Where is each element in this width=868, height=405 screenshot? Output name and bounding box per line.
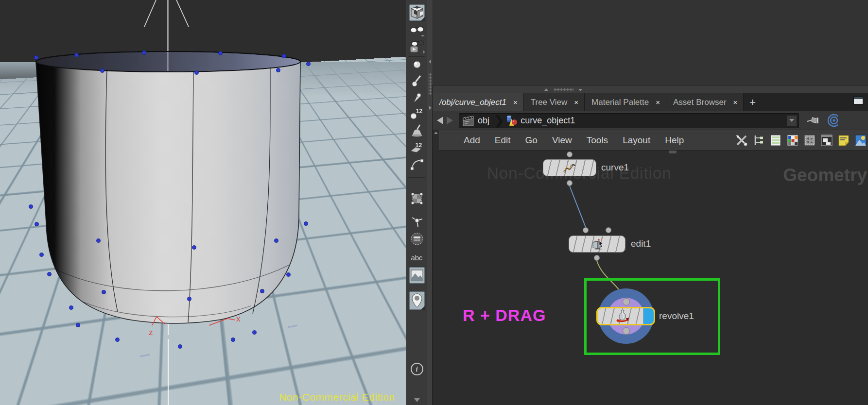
path-dropdown-button[interactable] <box>787 116 797 126</box>
normals-button[interactable] <box>408 214 426 229</box>
menu-view[interactable]: View <box>552 135 572 146</box>
control-point[interactable] <box>39 253 44 257</box>
tab-obj-curve-object1[interactable]: /obj/curve_object1 × <box>433 93 524 111</box>
curve1-input-connector[interactable] <box>567 152 573 157</box>
control-point[interactable] <box>74 53 79 57</box>
node-edit1[interactable] <box>569 236 625 253</box>
menu-add[interactable]: Add <box>464 135 480 146</box>
revolve1-input-connector[interactable] <box>623 298 630 305</box>
pin-pane-icon[interactable] <box>807 114 821 127</box>
node-label-curve1[interactable]: curve1 <box>601 162 629 173</box>
control-point[interactable] <box>178 344 182 349</box>
points-display-button[interactable] <box>408 59 426 70</box>
color-palette-icon[interactable] <box>786 134 799 147</box>
image-plane-button[interactable] <box>408 266 426 285</box>
close-icon[interactable]: × <box>574 98 578 106</box>
close-icon[interactable]: × <box>733 98 738 106</box>
collapse-up-arrow[interactable] <box>544 88 548 91</box>
pane-splitter-vertical[interactable] <box>427 0 433 405</box>
menu-edit[interactable]: Edit <box>495 135 511 146</box>
primitive-numbers-button[interactable]: 12 <box>408 139 426 155</box>
text-abc-button[interactable]: abc <box>408 251 426 264</box>
tree-hierarchy-icon[interactable] <box>752 134 765 147</box>
control-point[interactable] <box>69 305 73 310</box>
point-numbers-button[interactable]: 12 <box>408 106 426 121</box>
edit1-input-connector-right[interactable] <box>606 227 611 233</box>
background-image-icon[interactable] <box>854 134 867 147</box>
collapse-left-arrow[interactable] <box>429 60 431 64</box>
control-point[interactable] <box>276 68 280 72</box>
tab-asset-browser[interactable]: Asset Browser × <box>666 93 744 111</box>
breadcrumb-context[interactable]: obj <box>478 116 489 126</box>
edit1-output-connector[interactable] <box>594 255 600 261</box>
splitter-grip[interactable] <box>554 88 573 91</box>
tab-tree-view[interactable]: Tree View × <box>524 93 585 111</box>
node-label-revolve1[interactable]: revolve1 <box>659 311 694 321</box>
hull-curve-button[interactable] <box>408 156 426 171</box>
control-point[interactable] <box>115 338 120 342</box>
paint-brush-button[interactable] <box>408 73 426 88</box>
menu-scroll-strip[interactable] <box>433 130 439 151</box>
control-point[interactable] <box>47 272 52 276</box>
pane-maximize-icon[interactable] <box>853 96 863 104</box>
upper-empty-pane[interactable] <box>433 0 868 85</box>
new-tab-button[interactable]: + <box>744 93 762 111</box>
splitter-grip[interactable] <box>429 73 432 95</box>
node-curve1[interactable] <box>543 159 596 176</box>
control-point[interactable] <box>29 204 33 209</box>
profiles-button[interactable] <box>408 231 426 247</box>
control-point[interactable] <box>218 51 223 55</box>
control-point[interactable] <box>231 338 235 342</box>
control-point[interactable] <box>102 290 106 294</box>
selection-box-button[interactable] <box>408 190 426 207</box>
back-arrow-button[interactable] <box>437 117 443 124</box>
display-flag[interactable] <box>643 308 654 324</box>
stamp-tool-button[interactable] <box>408 122 426 139</box>
location-pin-button[interactable] <box>408 290 426 311</box>
pane-splitter-horizontal[interactable] <box>433 85 868 93</box>
control-point[interactable] <box>142 51 146 55</box>
control-point[interactable] <box>76 323 80 327</box>
collapse-down-arrow[interactable] <box>578 89 582 91</box>
toolbar-overflow-button[interactable] <box>408 397 426 403</box>
network-shapes-icon[interactable] <box>803 134 816 147</box>
list-view-icon[interactable] <box>769 134 782 147</box>
control-point[interactable] <box>306 62 311 66</box>
menu-layout[interactable]: Layout <box>623 135 650 146</box>
control-point[interactable] <box>192 245 196 250</box>
menu-tools[interactable]: Tools <box>587 135 608 146</box>
show-display-glasses-button[interactable] <box>408 23 426 38</box>
view-cube-button[interactable] <box>408 3 426 22</box>
collapse-right-arrow[interactable] <box>429 106 432 110</box>
path-field[interactable]: obj ❯ curve_object1 <box>459 113 799 128</box>
node-revolve1[interactable] <box>596 307 655 325</box>
revolve1-output-connector[interactable] <box>623 327 630 335</box>
control-point[interactable] <box>274 238 278 243</box>
control-point[interactable] <box>304 221 308 226</box>
close-icon[interactable]: × <box>513 98 518 106</box>
control-point[interactable] <box>252 330 257 335</box>
tools-wrench-icon[interactable] <box>735 134 748 147</box>
control-point[interactable] <box>35 222 39 226</box>
menu-go[interactable]: Go <box>525 135 538 146</box>
windows-layout-icon[interactable] <box>820 134 833 147</box>
breadcrumb-node[interactable]: curve_object1 <box>521 116 575 126</box>
control-point[interactable] <box>286 272 291 277</box>
close-icon[interactable]: × <box>656 98 660 106</box>
follow-target-icon[interactable] <box>826 114 838 127</box>
scene-viewport[interactable]: x z Non-Commercial Edition <box>0 0 406 405</box>
forward-arrow-button[interactable] <box>447 117 453 124</box>
control-point[interactable] <box>34 55 38 60</box>
menu-help[interactable]: Help <box>665 135 684 146</box>
node-label-edit1[interactable]: edit1 <box>631 238 651 249</box>
info-button[interactable]: i <box>408 360 426 378</box>
curve1-output-connector[interactable] <box>567 180 573 186</box>
pen-tool-button[interactable] <box>408 90 426 105</box>
network-editor-canvas[interactable]: Non-Commercial Edition Geometry curve1 <box>433 151 868 405</box>
control-point[interactable] <box>100 68 104 73</box>
control-point[interactable] <box>282 54 286 58</box>
template-glasses-button[interactable] <box>408 39 426 55</box>
control-point[interactable] <box>194 70 199 75</box>
control-point[interactable] <box>96 238 101 243</box>
tab-material-palette[interactable]: Material Palette × <box>585 93 666 111</box>
